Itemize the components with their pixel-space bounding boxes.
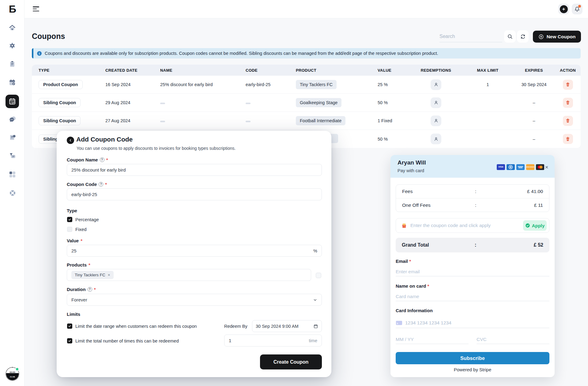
- help-icon[interactable]: ?: [88, 287, 92, 292]
- notifications-button[interactable]: [572, 4, 582, 14]
- sidebar-item-settings[interactable]: [9, 42, 16, 49]
- delete-button[interactable]: [563, 98, 573, 108]
- coupon-code-apply-input[interactable]: [410, 223, 520, 228]
- one-off-fees-row: One Off Fees : £ 11: [396, 198, 549, 212]
- sidebar-item-chat[interactable]: [9, 115, 16, 123]
- limit-date-row[interactable]: Limit the date range when customers can …: [67, 324, 197, 329]
- search-field: [439, 31, 502, 42]
- lifebuoy-icon: [9, 189, 17, 197]
- checkbox-checked[interactable]: [67, 217, 72, 222]
- coupon-name-label: Coupon Name ? *: [67, 157, 108, 162]
- sidebar-item-apps[interactable]: [9, 171, 16, 178]
- funnel-chat-icon: [9, 152, 17, 160]
- checkbox-checked[interactable]: [67, 324, 72, 329]
- fixed-checkbox-row[interactable]: Fixed: [67, 227, 87, 232]
- coupon-code-input[interactable]: [71, 192, 317, 197]
- card-name-input[interactable]: [396, 292, 549, 301]
- calendar-icon: [313, 324, 318, 329]
- credit-card-icon: [396, 320, 402, 325]
- redeem-by-input[interactable]: [256, 324, 313, 329]
- trash-icon: [565, 118, 570, 123]
- delete-button[interactable]: [563, 80, 573, 90]
- quick-add-button[interactable]: +: [558, 4, 569, 14]
- card-number-input[interactable]: [405, 320, 549, 326]
- info-banner-text: Coupons and discounts are available only…: [45, 51, 438, 56]
- sidebar-item-leads[interactable]: [9, 152, 16, 159]
- products-side-checkbox[interactable]: [316, 273, 321, 278]
- sidebar-item-coupons-active[interactable]: [6, 95, 19, 108]
- limit-times-row[interactable]: Limit the total number of times this can…: [67, 338, 179, 343]
- coupon-code-field: [67, 188, 322, 200]
- menu-toggle-icon[interactable]: [33, 6, 40, 12]
- coupon-apply-field: Apply: [396, 218, 549, 233]
- diners-icon: [507, 164, 515, 170]
- products-field[interactable]: Tiny Tacklers FC ×: [67, 269, 311, 281]
- product-chip: Goalkeeping Stage: [296, 98, 341, 107]
- delete-button[interactable]: [563, 134, 573, 144]
- sidebar-item-home[interactable]: [9, 24, 16, 32]
- times-field: time: [224, 335, 322, 346]
- calendar-check-icon: [9, 79, 16, 86]
- add-coupon-modal: Add Coupon Code You can use coupons to a…: [57, 131, 331, 377]
- product-tag: Tiny Tacklers FC ×: [71, 271, 114, 279]
- redemptions-button[interactable]: [431, 134, 441, 144]
- value-input[interactable]: [71, 248, 313, 253]
- checkbox-unchecked[interactable]: [67, 227, 72, 232]
- cvc-input[interactable]: [477, 335, 549, 344]
- apply-button[interactable]: Apply: [523, 220, 547, 231]
- app-logo[interactable]: Ƃ: [0, 3, 24, 15]
- email-input[interactable]: [396, 267, 549, 276]
- products-label: Products *: [67, 262, 90, 267]
- tag-remove-icon[interactable]: ×: [108, 273, 110, 277]
- table-row: Sibling Coupon 27 Aug 2024 Football Inte…: [32, 112, 581, 130]
- redemptions-button[interactable]: [431, 79, 441, 90]
- duration-label: Duration ? *: [67, 287, 96, 292]
- redemptions-button[interactable]: [431, 97, 441, 108]
- new-coupon-button[interactable]: New Coupon: [533, 31, 581, 43]
- value-label: Value *: [67, 238, 82, 243]
- fees-row: Fees : £ 41.00: [396, 185, 549, 198]
- create-coupon-button[interactable]: Create Coupon: [260, 354, 322, 369]
- home-icon: [9, 24, 16, 32]
- duration-select[interactable]: Forever: [67, 294, 322, 306]
- sidebar-item-invoices[interactable]: [9, 134, 16, 141]
- close-icon[interactable]: ×: [544, 164, 550, 170]
- sidebar-item-notes[interactable]: [9, 60, 16, 68]
- coupon-code-label: Coupon Code ? *: [67, 182, 107, 187]
- refresh-button[interactable]: [517, 30, 529, 43]
- amex-icon: [516, 164, 525, 170]
- sidebar-item-bookings[interactable]: [9, 79, 16, 86]
- coupon-name-input[interactable]: [71, 167, 317, 172]
- person-icon: [433, 82, 439, 87]
- sidebar-item-help[interactable]: [9, 189, 16, 196]
- back-button[interactable]: [67, 137, 74, 144]
- expiry-input[interactable]: [396, 335, 469, 344]
- name-on-card-label: Name on card *: [396, 283, 429, 289]
- person-icon: [433, 118, 439, 123]
- product-chip: Football Intermediate: [296, 116, 345, 125]
- subscribe-button[interactable]: Subscribe: [396, 352, 549, 364]
- trash-icon: [565, 82, 570, 87]
- page-title: Coupons: [32, 32, 65, 41]
- chevron-left-icon: [69, 138, 72, 142]
- check-icon: [68, 339, 71, 342]
- type-badge: Product Coupon: [39, 80, 83, 89]
- mastercard-icon: [536, 164, 544, 170]
- check-icon: [68, 218, 71, 221]
- grid-icon: [9, 171, 16, 178]
- modal-title: Add Coupon Code: [76, 136, 133, 143]
- empty-dash: [246, 103, 251, 104]
- times-input[interactable]: [229, 338, 309, 343]
- checkbox-checked[interactable]: [67, 338, 72, 343]
- value-field: %: [67, 245, 322, 257]
- redemptions-button[interactable]: [431, 115, 441, 126]
- help-icon[interactable]: ?: [100, 157, 104, 162]
- percentage-checkbox-row[interactable]: Percentage: [67, 217, 99, 222]
- search-input[interactable]: [439, 31, 502, 42]
- calendar-coupon-icon: [8, 97, 16, 105]
- search-button[interactable]: [504, 30, 516, 43]
- delete-button[interactable]: [563, 116, 573, 126]
- info-icon: i: [37, 51, 42, 56]
- topbar: +: [24, 0, 588, 18]
- help-icon[interactable]: ?: [99, 182, 103, 187]
